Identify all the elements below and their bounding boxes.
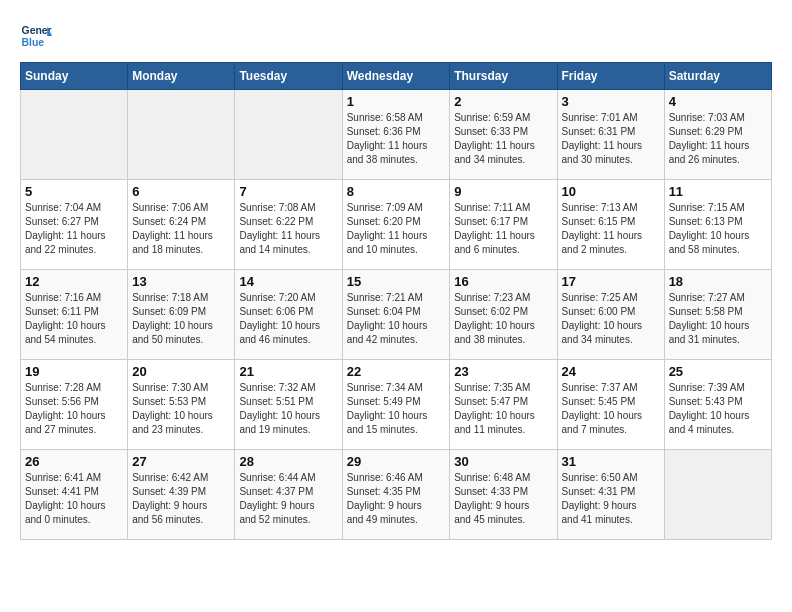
day-info: Sunrise: 7:34 AMSunset: 5:49 PMDaylight:… <box>347 381 446 437</box>
day-cell-7: 7Sunrise: 7:08 AMSunset: 6:22 PMDaylight… <box>235 180 342 270</box>
logo: General Blue <box>20 20 56 52</box>
day-info: Sunrise: 7:30 AMSunset: 5:53 PMDaylight:… <box>132 381 230 437</box>
day-number: 31 <box>562 454 660 469</box>
day-cell-22: 22Sunrise: 7:34 AMSunset: 5:49 PMDayligh… <box>342 360 450 450</box>
day-number: 14 <box>239 274 337 289</box>
day-info: Sunrise: 7:25 AMSunset: 6:00 PMDaylight:… <box>562 291 660 347</box>
calendar-table: SundayMondayTuesdayWednesdayThursdayFrid… <box>20 62 772 540</box>
day-number: 7 <box>239 184 337 199</box>
week-row-4: 19Sunrise: 7:28 AMSunset: 5:56 PMDayligh… <box>21 360 772 450</box>
day-info: Sunrise: 7:28 AMSunset: 5:56 PMDaylight:… <box>25 381 123 437</box>
calendar-body: 1Sunrise: 6:58 AMSunset: 6:36 PMDaylight… <box>21 90 772 540</box>
day-header-friday: Friday <box>557 63 664 90</box>
day-cell-17: 17Sunrise: 7:25 AMSunset: 6:00 PMDayligh… <box>557 270 664 360</box>
day-cell-6: 6Sunrise: 7:06 AMSunset: 6:24 PMDaylight… <box>128 180 235 270</box>
day-number: 6 <box>132 184 230 199</box>
day-cell-24: 24Sunrise: 7:37 AMSunset: 5:45 PMDayligh… <box>557 360 664 450</box>
empty-cell <box>21 90 128 180</box>
day-number: 28 <box>239 454 337 469</box>
day-info: Sunrise: 7:21 AMSunset: 6:04 PMDaylight:… <box>347 291 446 347</box>
week-row-1: 1Sunrise: 6:58 AMSunset: 6:36 PMDaylight… <box>21 90 772 180</box>
day-info: Sunrise: 6:59 AMSunset: 6:33 PMDaylight:… <box>454 111 552 167</box>
svg-text:Blue: Blue <box>22 37 45 48</box>
day-number: 29 <box>347 454 446 469</box>
day-header-thursday: Thursday <box>450 63 557 90</box>
day-info: Sunrise: 6:42 AMSunset: 4:39 PMDaylight:… <box>132 471 230 527</box>
day-info: Sunrise: 7:08 AMSunset: 6:22 PMDaylight:… <box>239 201 337 257</box>
day-number: 4 <box>669 94 767 109</box>
logo-icon: General Blue <box>20 20 52 52</box>
day-number: 1 <box>347 94 446 109</box>
day-cell-13: 13Sunrise: 7:18 AMSunset: 6:09 PMDayligh… <box>128 270 235 360</box>
day-header-saturday: Saturday <box>664 63 771 90</box>
day-cell-10: 10Sunrise: 7:13 AMSunset: 6:15 PMDayligh… <box>557 180 664 270</box>
day-cell-18: 18Sunrise: 7:27 AMSunset: 5:58 PMDayligh… <box>664 270 771 360</box>
day-cell-15: 15Sunrise: 7:21 AMSunset: 6:04 PMDayligh… <box>342 270 450 360</box>
empty-cell <box>664 450 771 540</box>
day-info: Sunrise: 7:04 AMSunset: 6:27 PMDaylight:… <box>25 201 123 257</box>
day-number: 15 <box>347 274 446 289</box>
day-number: 5 <box>25 184 123 199</box>
day-number: 9 <box>454 184 552 199</box>
day-cell-29: 29Sunrise: 6:46 AMSunset: 4:35 PMDayligh… <box>342 450 450 540</box>
day-info: Sunrise: 6:48 AMSunset: 4:33 PMDaylight:… <box>454 471 552 527</box>
day-info: Sunrise: 7:27 AMSunset: 5:58 PMDaylight:… <box>669 291 767 347</box>
day-header-monday: Monday <box>128 63 235 90</box>
day-cell-9: 9Sunrise: 7:11 AMSunset: 6:17 PMDaylight… <box>450 180 557 270</box>
day-number: 19 <box>25 364 123 379</box>
day-info: Sunrise: 7:35 AMSunset: 5:47 PMDaylight:… <box>454 381 552 437</box>
day-cell-27: 27Sunrise: 6:42 AMSunset: 4:39 PMDayligh… <box>128 450 235 540</box>
day-cell-19: 19Sunrise: 7:28 AMSunset: 5:56 PMDayligh… <box>21 360 128 450</box>
day-cell-16: 16Sunrise: 7:23 AMSunset: 6:02 PMDayligh… <box>450 270 557 360</box>
day-cell-1: 1Sunrise: 6:58 AMSunset: 6:36 PMDaylight… <box>342 90 450 180</box>
day-cell-28: 28Sunrise: 6:44 AMSunset: 4:37 PMDayligh… <box>235 450 342 540</box>
day-number: 18 <box>669 274 767 289</box>
empty-cell <box>128 90 235 180</box>
day-number: 2 <box>454 94 552 109</box>
day-cell-23: 23Sunrise: 7:35 AMSunset: 5:47 PMDayligh… <box>450 360 557 450</box>
day-info: Sunrise: 7:16 AMSunset: 6:11 PMDaylight:… <box>25 291 123 347</box>
day-cell-11: 11Sunrise: 7:15 AMSunset: 6:13 PMDayligh… <box>664 180 771 270</box>
day-cell-30: 30Sunrise: 6:48 AMSunset: 4:33 PMDayligh… <box>450 450 557 540</box>
day-info: Sunrise: 7:13 AMSunset: 6:15 PMDaylight:… <box>562 201 660 257</box>
day-number: 16 <box>454 274 552 289</box>
day-info: Sunrise: 7:01 AMSunset: 6:31 PMDaylight:… <box>562 111 660 167</box>
day-number: 24 <box>562 364 660 379</box>
day-number: 23 <box>454 364 552 379</box>
day-number: 11 <box>669 184 767 199</box>
day-number: 27 <box>132 454 230 469</box>
calendar-header: SundayMondayTuesdayWednesdayThursdayFrid… <box>21 63 772 90</box>
day-header-tuesday: Tuesday <box>235 63 342 90</box>
day-cell-5: 5Sunrise: 7:04 AMSunset: 6:27 PMDaylight… <box>21 180 128 270</box>
days-of-week-row: SundayMondayTuesdayWednesdayThursdayFrid… <box>21 63 772 90</box>
day-cell-14: 14Sunrise: 7:20 AMSunset: 6:06 PMDayligh… <box>235 270 342 360</box>
day-cell-25: 25Sunrise: 7:39 AMSunset: 5:43 PMDayligh… <box>664 360 771 450</box>
day-info: Sunrise: 6:41 AMSunset: 4:41 PMDaylight:… <box>25 471 123 527</box>
empty-cell <box>235 90 342 180</box>
day-info: Sunrise: 7:09 AMSunset: 6:20 PMDaylight:… <box>347 201 446 257</box>
day-info: Sunrise: 7:37 AMSunset: 5:45 PMDaylight:… <box>562 381 660 437</box>
day-number: 20 <box>132 364 230 379</box>
day-info: Sunrise: 7:23 AMSunset: 6:02 PMDaylight:… <box>454 291 552 347</box>
day-info: Sunrise: 7:39 AMSunset: 5:43 PMDaylight:… <box>669 381 767 437</box>
day-number: 3 <box>562 94 660 109</box>
day-info: Sunrise: 6:58 AMSunset: 6:36 PMDaylight:… <box>347 111 446 167</box>
week-row-5: 26Sunrise: 6:41 AMSunset: 4:41 PMDayligh… <box>21 450 772 540</box>
day-info: Sunrise: 7:11 AMSunset: 6:17 PMDaylight:… <box>454 201 552 257</box>
day-number: 26 <box>25 454 123 469</box>
day-number: 13 <box>132 274 230 289</box>
day-info: Sunrise: 7:20 AMSunset: 6:06 PMDaylight:… <box>239 291 337 347</box>
day-cell-21: 21Sunrise: 7:32 AMSunset: 5:51 PMDayligh… <box>235 360 342 450</box>
day-info: Sunrise: 6:44 AMSunset: 4:37 PMDaylight:… <box>239 471 337 527</box>
day-cell-31: 31Sunrise: 6:50 AMSunset: 4:31 PMDayligh… <box>557 450 664 540</box>
day-cell-12: 12Sunrise: 7:16 AMSunset: 6:11 PMDayligh… <box>21 270 128 360</box>
day-info: Sunrise: 6:46 AMSunset: 4:35 PMDaylight:… <box>347 471 446 527</box>
day-info: Sunrise: 7:06 AMSunset: 6:24 PMDaylight:… <box>132 201 230 257</box>
day-header-wednesday: Wednesday <box>342 63 450 90</box>
day-number: 22 <box>347 364 446 379</box>
day-cell-2: 2Sunrise: 6:59 AMSunset: 6:33 PMDaylight… <box>450 90 557 180</box>
day-number: 25 <box>669 364 767 379</box>
day-cell-20: 20Sunrise: 7:30 AMSunset: 5:53 PMDayligh… <box>128 360 235 450</box>
day-info: Sunrise: 6:50 AMSunset: 4:31 PMDaylight:… <box>562 471 660 527</box>
day-info: Sunrise: 7:32 AMSunset: 5:51 PMDaylight:… <box>239 381 337 437</box>
